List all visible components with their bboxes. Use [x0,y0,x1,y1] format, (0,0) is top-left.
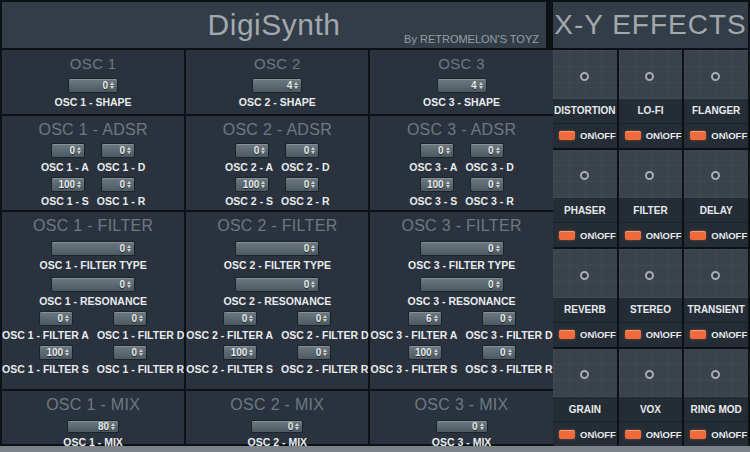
osc3-shape-value: 4 [471,80,477,91]
osc1-filter-type-label: OSC 1 - FILTER TYPE [40,259,147,271]
flanger-xy-pad[interactable] [684,50,748,99]
osc2-attack-value: 0 [254,145,260,156]
xy-marker-icon [711,370,720,379]
plugin-window: DigiSynth By RETROMELON'S TOYZ OSC 1 0 O… [0,0,750,452]
osc2-filter-s-stepper[interactable]: 100 [223,345,257,360]
osc3-shape-stepper[interactable]: 4 [437,78,487,93]
ringmod-onoff-toggle[interactable]: ON\OFF [684,421,748,446]
fx-cell-stereo: STEREO ON\OFF [619,249,683,347]
osc3-sustain-stepper[interactable]: 100 [420,177,454,192]
osc1-shape-stepper[interactable]: 0 [68,78,118,93]
osc1-attack-stepper[interactable]: 0 [51,143,85,158]
osc3-section-title: OSC 3 [438,55,485,72]
fx-cell-transient: TRANSIENT ON\OFF [684,249,748,347]
osc3-mix-stepper[interactable]: 0 [436,420,488,433]
fx-cell-lofi: LO-FI ON\OFF [619,50,683,148]
osc3-filter-r-stepper[interactable]: 0 [482,345,516,360]
stereo-onoff-toggle[interactable]: ON\OFF [619,322,683,347]
delay-xy-pad[interactable] [684,150,748,199]
osc3-filter-s-stepper[interactable]: 100 [408,345,442,360]
fx-cell-flanger: FLANGER ON\OFF [684,50,748,148]
fx-label: FLANGER [684,99,748,123]
osc3-release-stepper[interactable]: 0 [470,177,504,192]
distortion-onoff-toggle[interactable]: ON\OFF [553,123,617,148]
fx-cell-delay: DELAY ON\OFF [684,150,748,248]
grain-xy-pad[interactable] [553,349,617,398]
spinner-icon [110,82,114,89]
osc2-filter-type-value: 0 [304,243,310,254]
osc2-shape-stepper[interactable]: 4 [252,78,302,93]
vox-xy-pad[interactable] [619,349,683,398]
osc1-filter-s-label: OSC 1 - FILTER S [2,363,89,375]
osc2-filter-type-stepper[interactable]: 0 [235,241,319,256]
filter-xy-pad[interactable] [619,150,683,199]
filter-onoff-toggle[interactable]: ON\OFF [619,222,683,247]
osc3-mix-value: 0 [472,421,478,432]
osc2-filter-r-value: 0 [316,347,322,358]
phaser-onoff-toggle[interactable]: ON\OFF [553,222,617,247]
lofi-onoff-toggle[interactable]: ON\OFF [619,123,683,148]
osc1-filter-sr-labels: OSC 1 - FILTER S OSC 1 - FILTER R [2,360,184,375]
ringmod-xy-pad[interactable] [684,349,748,398]
osc2-sustain-stepper[interactable]: 100 [235,177,269,192]
osc1-filter-s-stepper[interactable]: 100 [39,345,73,360]
osc2-decay-stepper[interactable]: 0 [285,143,319,158]
flanger-onoff-toggle[interactable]: ON\OFF [684,123,748,148]
delay-onoff-toggle[interactable]: ON\OFF [684,222,748,247]
osc3-filter-sr-steppers: 100 0 [408,345,516,360]
xy-effects-panel: X-Y EFFECTS DISTORTION ON\OFF LO-FI ON\O… [551,0,750,446]
osc1-filter-type-stepper[interactable]: 0 [51,241,135,256]
osc2-mix-stepper[interactable]: 0 [251,420,303,433]
fx-label: DELAY [684,198,748,222]
xy-marker-icon [645,72,654,81]
osc2-release-stepper[interactable]: 0 [285,177,319,192]
osc1-decay-value: 0 [120,145,126,156]
osc1-decay-stepper[interactable]: 0 [101,143,135,158]
spinner-icon [446,181,450,188]
osc3-mix-title: OSC 3 - MIX [415,396,509,414]
onoff-label: ON\OFF [646,429,682,440]
lofi-xy-pad[interactable] [619,50,683,99]
osc2-filter-d-value: 0 [316,313,322,324]
osc1-resonance-stepper[interactable]: 0 [51,277,135,292]
osc1-release-stepper[interactable]: 0 [101,177,135,192]
stereo-xy-pad[interactable] [619,249,683,298]
osc1-filter-a-stepper[interactable]: 0 [39,311,73,326]
osc1-sustain-stepper[interactable]: 100 [51,177,85,192]
osc3-resonance-stepper[interactable]: 0 [420,277,504,292]
osc2-filter-r-stepper[interactable]: 0 [297,345,331,360]
osc1-sustain-value: 100 [58,179,75,190]
osc1-filter-title: OSC 1 - FILTER [33,217,153,235]
osc3-filter-r-value: 0 [500,347,506,358]
osc3-decay-stepper[interactable]: 0 [470,143,504,158]
grain-onoff-toggle[interactable]: ON\OFF [553,421,617,446]
transient-onoff-toggle[interactable]: ON\OFF [684,322,748,347]
osc2-resonance-stepper[interactable]: 0 [235,277,319,292]
osc3-filter-type-stepper[interactable]: 0 [420,241,504,256]
osc2-filter-a-stepper[interactable]: 0 [223,311,257,326]
spinner-icon [311,181,315,188]
onoff-label: ON\OFF [580,429,616,440]
onoff-label: ON\OFF [580,130,616,141]
osc3-attack-stepper[interactable]: 0 [420,143,454,158]
osc3-filter-a-stepper[interactable]: 6 [408,311,442,326]
spinner-icon [127,181,131,188]
osc2-filter-s-label: OSC 2 - FILTER S [186,363,273,375]
reverb-xy-pad[interactable] [553,249,617,298]
reverb-onoff-toggle[interactable]: ON\OFF [553,322,617,347]
phaser-xy-pad[interactable] [553,150,617,199]
osc1-filter-r-stepper[interactable]: 0 [113,345,147,360]
transient-xy-pad[interactable] [684,249,748,298]
distortion-xy-pad[interactable] [553,50,617,99]
osc3-shape-section: OSC 3 4 OSC 3 - SHAPE [370,50,552,114]
osc3-filter-d-stepper[interactable]: 0 [482,311,516,326]
osc1-filter-d-stepper[interactable]: 0 [113,311,147,326]
osc2-attack-stepper[interactable]: 0 [235,143,269,158]
spinner-icon [508,349,512,356]
vox-onoff-toggle[interactable]: ON\OFF [619,421,683,446]
osc2-filter-d-stepper[interactable]: 0 [297,311,331,326]
osc1-mix-stepper[interactable]: 80 [67,420,119,433]
fx-grid: DISTORTION ON\OFF LO-FI ON\OFF FLANGER [553,50,748,446]
osc2-ad-labels: OSC 2 - A OSC 2 - D [225,158,329,173]
fx-label: GRAIN [553,397,617,421]
